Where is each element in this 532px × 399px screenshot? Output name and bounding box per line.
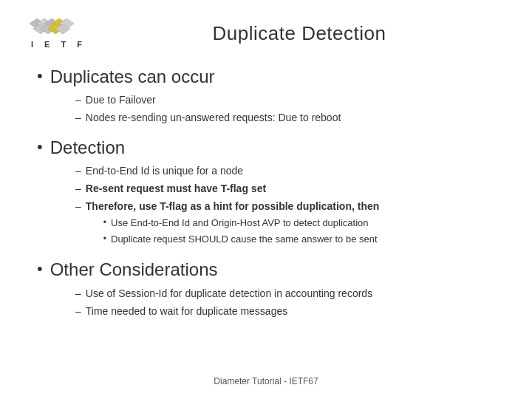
sub-sub-bullet-duplicate-req: • Duplicate request SHOULD cause the sam… bbox=[103, 232, 380, 247]
sub-sub-text-use-e2e: Use End-to-End Id and Origin-Host AVP to… bbox=[111, 216, 369, 231]
bullet-detection: • Detection bbox=[37, 136, 502, 159]
bullet-text-duplicates: Duplicates can occur bbox=[50, 65, 215, 88]
sub-bullets-other: – Use of Session-Id for duplicate detect… bbox=[37, 286, 502, 319]
bullet-dot-3: • bbox=[37, 259, 43, 279]
sub-bullet-therefore: – Therefore, use T-flag as a hint for po… bbox=[75, 199, 502, 248]
sub-bullet-failover: – Due to Failover bbox=[75, 92, 502, 108]
dash-5: – bbox=[75, 199, 81, 214]
bullet-dot-1: • bbox=[37, 66, 43, 86]
sub-bullet-nodes: – Nodes re-sending un-answered requests:… bbox=[75, 110, 502, 126]
content: • Duplicates can occur – Due to Failover… bbox=[30, 65, 502, 319]
dash-2: – bbox=[75, 110, 81, 126]
dash-4: – bbox=[75, 181, 81, 197]
sub-sub-text-duplicate-req: Duplicate request SHOULD cause the same … bbox=[111, 232, 378, 247]
ietf-logo: I E T F bbox=[30, 15, 96, 52]
sub-text-therefore: Therefore, use T-flag as a hint for poss… bbox=[86, 200, 380, 212]
sub-bullet-session-id: – Use of Session-Id for duplicate detect… bbox=[75, 286, 502, 301]
sub-text-nodes: Nodes re-sending un-answered requests: D… bbox=[86, 110, 341, 126]
sub-bullet-time: – Time needed to wait for duplicate mess… bbox=[75, 304, 502, 319]
bullet-other-considerations: • Other Considerations bbox=[37, 258, 502, 281]
dash-1: – bbox=[75, 92, 81, 108]
svg-text:I E T F: I E T F bbox=[31, 40, 86, 49]
bullet-text-detection: Detection bbox=[50, 136, 125, 159]
bullet-text-other: Other Considerations bbox=[50, 258, 218, 281]
sub-bullet-e2e: – End-to-End Id is unique for a node bbox=[75, 163, 502, 179]
footer: Diameter Tutorial - IETF67 bbox=[0, 374, 532, 387]
sub-sub-bullets: • Use End-to-End Id and Origin-Host AVP … bbox=[86, 216, 380, 246]
sub-bullets-duplicates: – Due to Failover – Nodes re-sending un-… bbox=[37, 92, 502, 126]
sub-sub-dot-1: • bbox=[103, 216, 106, 229]
sub-text-failover: Due to Failover bbox=[86, 92, 156, 108]
title-area: Duplicate Detection bbox=[96, 22, 502, 45]
sub-bullets-detection: – End-to-End Id is unique for a node – R… bbox=[37, 163, 502, 248]
footer-text: Diameter Tutorial - IETF67 bbox=[214, 376, 318, 386]
header: I E T F Duplicate Detection bbox=[30, 15, 502, 52]
dash-6: – bbox=[75, 286, 81, 301]
dash-7: – bbox=[75, 304, 81, 319]
sub-text-session-id: Use of Session-Id for duplicate detectio… bbox=[86, 286, 372, 301]
dash-3: – bbox=[75, 163, 81, 179]
bullet-dot-2: • bbox=[37, 137, 43, 157]
sub-sub-bullet-use-e2e: • Use End-to-End Id and Origin-Host AVP … bbox=[103, 216, 380, 231]
slide: I E T F Duplicate Detection • Duplicates… bbox=[0, 0, 532, 399]
sub-sub-dot-2: • bbox=[103, 232, 106, 245]
slide-title: Duplicate Detection bbox=[213, 22, 386, 44]
sub-bullet-resent: – Re-sent request must have T-flag set bbox=[75, 181, 502, 197]
sub-text-time: Time needed to wait for duplicate messag… bbox=[86, 304, 287, 319]
sub-text-e2e: End-to-End Id is unique for a node bbox=[86, 163, 243, 179]
sub-text-resent: Re-sent request must have T-flag set bbox=[86, 181, 266, 197]
bullet-duplicates-can-occur: • Duplicates can occur bbox=[37, 65, 502, 88]
